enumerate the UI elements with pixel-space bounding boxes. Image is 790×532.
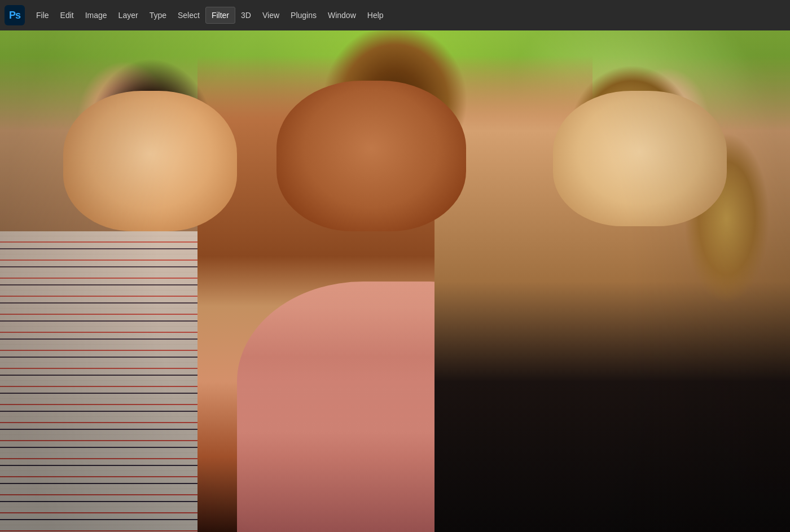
menu-select[interactable]: Select bbox=[172, 7, 205, 23]
menu-help[interactable]: Help bbox=[362, 7, 389, 23]
photo-overlay bbox=[0, 30, 790, 532]
menu-edit[interactable]: Edit bbox=[55, 7, 80, 23]
menu-window[interactable]: Window bbox=[322, 7, 362, 23]
menu-file[interactable]: File bbox=[30, 7, 55, 23]
menu-layer[interactable]: Layer bbox=[113, 7, 144, 23]
menubar: Ps File Edit Image Layer Type Select Fil… bbox=[0, 0, 790, 30]
menu-3d[interactable]: 3D bbox=[235, 7, 257, 23]
menu-type[interactable]: Type bbox=[144, 7, 172, 23]
menu-view[interactable]: View bbox=[257, 7, 285, 23]
menu-filter[interactable]: Filter bbox=[205, 7, 235, 24]
menu-image[interactable]: Image bbox=[80, 7, 113, 23]
ps-logo: Ps bbox=[5, 5, 25, 25]
menu-plugins[interactable]: Plugins bbox=[285, 7, 322, 23]
photo-background bbox=[0, 30, 790, 532]
canvas-area bbox=[0, 30, 790, 532]
